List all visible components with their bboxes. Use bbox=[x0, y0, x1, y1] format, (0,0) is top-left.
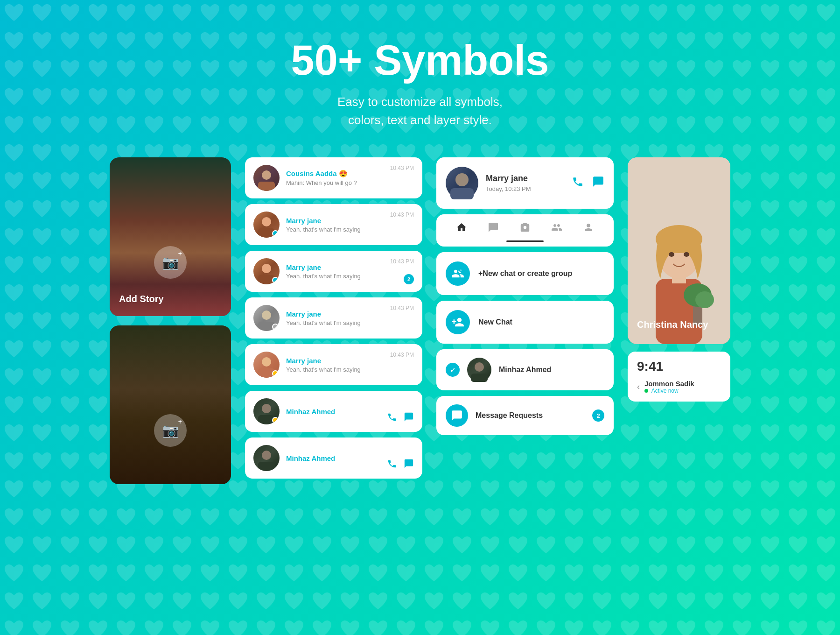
avatar-marry1 bbox=[253, 212, 280, 238]
chat-msg-marry1: Yeah. that's what I'm saying bbox=[286, 226, 414, 233]
photo-card-christina: Christina Nancy bbox=[628, 157, 730, 344]
chat-msg-cousins: Mahin: When you will go ? bbox=[286, 179, 414, 186]
svg-point-26 bbox=[684, 252, 689, 257]
new-group-action[interactable]: + +New chat or create group bbox=[436, 252, 614, 295]
svg-point-25 bbox=[669, 252, 674, 257]
svg-point-18 bbox=[475, 362, 484, 372]
christina-nancy-label: Christina Nancy bbox=[637, 319, 708, 330]
status-dot-marry3 bbox=[272, 324, 279, 330]
contact-check-icon: ✓ bbox=[446, 363, 460, 377]
svg-point-4 bbox=[262, 264, 271, 273]
plus-icon-1: + bbox=[178, 250, 182, 257]
chat-bubble-icon-minhaz1[interactable] bbox=[404, 412, 414, 424]
avatar-minhaz1 bbox=[253, 398, 280, 424]
new-group-label: +New chat or create group bbox=[478, 269, 572, 278]
tab-home[interactable] bbox=[456, 222, 467, 236]
phone-icon-minhaz2[interactable] bbox=[387, 459, 397, 471]
contact-minhaz[interactable]: ✓ Minhaz Ahmed bbox=[436, 349, 614, 390]
story-card-2: + 📷 bbox=[110, 325, 231, 484]
chat-item-cousins[interactable]: Cousins Aadda 😍 Mahin: When you will go … bbox=[245, 157, 422, 198]
chat-actions-minhaz1 bbox=[387, 412, 414, 424]
tab-chat[interactable] bbox=[488, 222, 499, 236]
tab-people[interactable] bbox=[551, 222, 562, 236]
add-story-button-1[interactable]: + 📷 bbox=[154, 246, 187, 279]
chat-item-marry1[interactable]: Marry jane Yeah. that's what I'm saying … bbox=[245, 204, 422, 245]
svg-point-2 bbox=[262, 217, 271, 226]
svg-point-0 bbox=[262, 170, 271, 180]
chat-item-marry4[interactable]: Marry jane Yeah. that's what I'm saying … bbox=[245, 344, 422, 385]
status-dot-minhaz1 bbox=[272, 417, 279, 423]
avatar-marry2 bbox=[253, 258, 280, 284]
contact-row: ‹ Jommon Sadik Active now bbox=[637, 380, 721, 394]
svg-point-12 bbox=[262, 451, 271, 460]
header-section: 50+ Symbols Easy to customize all symbol… bbox=[0, 0, 840, 129]
svg-text:+: + bbox=[460, 268, 462, 273]
chat-info-marry1: Marry jane Yeah. that's what I'm saying bbox=[286, 217, 414, 233]
svg-point-10 bbox=[262, 404, 271, 413]
svg-point-29 bbox=[695, 291, 714, 308]
chat-msg-marry4: Yeah. that's what I'm saying bbox=[286, 366, 414, 373]
status-dot-icon bbox=[644, 389, 648, 393]
chat-item-minhaz2[interactable]: Minhaz Ahmed bbox=[245, 437, 422, 479]
new-group-icon-circle: + bbox=[446, 261, 470, 286]
story-card-1: + 📷 Add Story bbox=[110, 157, 231, 316]
chat-actions-minhaz2 bbox=[387, 459, 414, 471]
tab-underline bbox=[506, 240, 544, 242]
story-avatar-2 bbox=[110, 325, 231, 484]
header-subtitle: Easy to customize all symbols, colors, t… bbox=[0, 93, 840, 129]
chat-list-panel: Cousins Aadda 😍 Mahin: When you will go … bbox=[245, 157, 422, 479]
chat-time-cousins: 10:43 PM bbox=[390, 165, 414, 171]
tab-person[interactable] bbox=[583, 222, 594, 236]
message-requests-item[interactable]: Message Requests 2 bbox=[436, 396, 614, 435]
profile-header-card: Marry jane Today, 10:23 PM bbox=[436, 157, 614, 209]
new-chat-action[interactable]: New Chat bbox=[436, 301, 614, 344]
chat-badge-marry2: 2 bbox=[404, 274, 414, 284]
message-requests-label: Message Requests bbox=[476, 411, 543, 420]
message-requests-badge: 2 bbox=[592, 409, 604, 422]
back-arrow-icon[interactable]: ‹ bbox=[637, 382, 640, 392]
contact-info: Jommon Sadik Active now bbox=[644, 380, 694, 394]
add-story-button-2[interactable]: + 📷 bbox=[154, 414, 187, 447]
avatar-marry3 bbox=[253, 305, 280, 331]
avatar-cousins bbox=[253, 165, 280, 191]
nav-tabs bbox=[446, 222, 604, 240]
chat-info-marry3: Marry jane Yeah. that's what I'm saying bbox=[286, 310, 414, 326]
chat-msg-marry3: Yeah. that's what I'm saying bbox=[286, 319, 414, 326]
call-icon[interactable] bbox=[572, 176, 584, 190]
profile-status: Today, 10:23 PM bbox=[486, 185, 564, 192]
chat-time-marry1: 10:43 PM bbox=[390, 212, 414, 218]
message-icon[interactable] bbox=[592, 176, 604, 190]
svg-rect-19 bbox=[471, 374, 488, 382]
profile-name: Marry jane bbox=[486, 174, 564, 183]
camera-icon-1: 📷 bbox=[162, 255, 179, 270]
tab-camera[interactable] bbox=[519, 222, 531, 236]
contact-name-minhaz: Minhaz Ahmed bbox=[499, 366, 551, 374]
profile-header-icons bbox=[572, 176, 604, 190]
page-title: 50+ Symbols bbox=[0, 37, 840, 84]
profile-header-info: Marry jane Today, 10:23 PM bbox=[486, 174, 564, 192]
avatar-minhaz2 bbox=[253, 445, 280, 471]
content-area: + 📷 Add Story + 📷 Cousins Aadda 😍 Mahin:… bbox=[0, 129, 840, 484]
photo-panel: Christina Nancy 9:41 ‹ Jommon Sadik Acti… bbox=[628, 157, 730, 402]
nav-tabs-card bbox=[436, 214, 614, 247]
contact-avatar-minhaz bbox=[467, 358, 491, 382]
chat-info-marry4: Marry jane Yeah. that's what I'm saying bbox=[286, 357, 414, 373]
chat-item-minhaz1[interactable]: Minhaz Ahmed bbox=[245, 391, 422, 432]
new-chat-icon-circle bbox=[446, 310, 470, 334]
chat-item-marry3[interactable]: Marry jane Yeah. that's what I'm saying … bbox=[245, 297, 422, 339]
chat-time-marry3: 10:43 PM bbox=[390, 305, 414, 311]
svg-rect-13 bbox=[258, 462, 275, 471]
time-display: 9:41 bbox=[637, 359, 721, 374]
chat-info-marry2: Marry jane Yeah. that's what I'm saying bbox=[286, 263, 414, 280]
chat-item-marry2[interactable]: Marry jane Yeah. that's what I'm saying … bbox=[245, 251, 422, 292]
svg-rect-15 bbox=[450, 188, 474, 199]
svg-point-8 bbox=[262, 357, 271, 367]
svg-point-14 bbox=[455, 173, 469, 186]
contact-mini-name: Jommon Sadik bbox=[644, 380, 694, 388]
chat-bubble-icon-minhaz2[interactable] bbox=[404, 459, 414, 471]
story-avatar-1 bbox=[110, 157, 231, 316]
phone-icon-minhaz1[interactable] bbox=[387, 412, 397, 424]
chat-time-marry2: 10:43 PM bbox=[390, 258, 414, 265]
message-requests-icon-circle bbox=[446, 404, 468, 427]
new-chat-label: New Chat bbox=[478, 318, 512, 326]
